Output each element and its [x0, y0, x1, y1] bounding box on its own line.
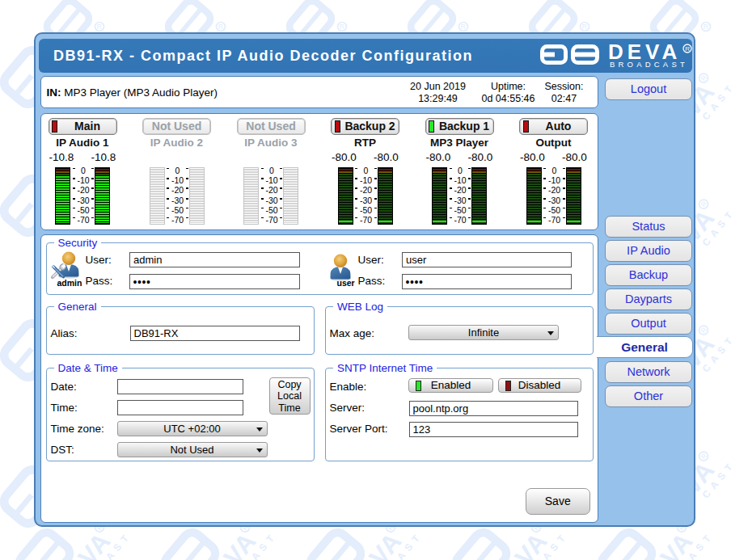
- svg-text:R: R: [582, 23, 587, 31]
- svg-text:BROADCAST: BROADCAST: [610, 60, 688, 69]
- svg-text:R: R: [97, 23, 102, 31]
- svg-text:R: R: [685, 45, 690, 53]
- svg-text:R: R: [340, 23, 344, 31]
- svg-text:R: R: [218, 23, 223, 31]
- svg-text:R: R: [461, 23, 466, 31]
- svg-text:R: R: [704, 23, 708, 31]
